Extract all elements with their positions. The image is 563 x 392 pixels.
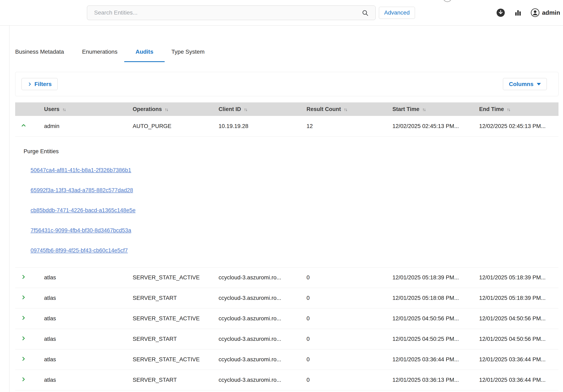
audits-table: Users↑↓ Operations↑↓ Client ID↑↓ Result …	[15, 102, 559, 390]
chevron-right-icon	[21, 274, 27, 280]
cell-end-time: 12/01/2025 04:50:56 PM...	[474, 308, 559, 329]
search-icon[interactable]	[362, 9, 369, 16]
column-label: Client ID	[218, 106, 241, 112]
user-menu[interactable]: admin	[531, 8, 560, 17]
sort-icon: ↑↓	[344, 107, 347, 112]
cell-end-time: 12/01/2025 05:18:39 PM...	[474, 267, 559, 288]
cell-end-time: 12/01/2025 03:36:44 PM...	[474, 349, 559, 370]
sort-icon: ↑↓	[507, 107, 510, 112]
cell-result-count: 12	[301, 116, 387, 136]
cell-result-count: 0	[301, 267, 387, 288]
cell-client-id: ccycloud-3.aszuromi.ro...	[213, 267, 301, 288]
cell-user: admin	[39, 116, 127, 136]
search-input[interactable]	[87, 6, 376, 20]
column-header-start-time[interactable]: Start Time↑↓	[387, 102, 474, 116]
column-header-client-id[interactable]: Client ID↑↓	[213, 102, 301, 116]
expand-row-button[interactable]	[21, 274, 27, 280]
column-header-result-count[interactable]: Result Count↑↓	[301, 102, 387, 116]
column-label: Operations	[133, 106, 162, 112]
expander-cell	[15, 329, 39, 349]
cell-operation: SERVER_STATE_ACTIVE	[127, 267, 213, 288]
filters-label: Filters	[34, 81, 52, 87]
cell-start-time: 12/01/2025 03:36:13 PM...	[387, 370, 474, 390]
expander-cell	[15, 288, 39, 308]
expand-row-button[interactable]	[21, 315, 27, 321]
cell-end-time: 12/01/2025 05:18:39 PM...	[474, 288, 559, 308]
cell-user: atlas	[39, 308, 127, 329]
column-label: Start Time	[392, 106, 420, 112]
bar-chart-icon[interactable]	[514, 9, 522, 17]
sort-icon: ↑↓	[62, 107, 65, 112]
expand-row-button[interactable]	[21, 376, 27, 382]
cell-end-time: 12/01/2025 04:50:56 PM...	[474, 329, 559, 349]
filters-button[interactable]: Filters	[22, 78, 58, 90]
purged-entity-link[interactable]: 50647ca4-af81-41fc-b8a1-2f326b7386b1	[31, 166, 131, 174]
cell-start-time: 12/01/2025 04:50:25 PM...	[387, 329, 474, 349]
columns-label: Columns	[509, 81, 534, 87]
row-detail: Purge Entities 50647ca4-af81-41fc-b8a1-2…	[15, 136, 559, 267]
table-row: atlas SERVER_START ccycloud-3.aszuromi.r…	[15, 329, 559, 349]
purge-entities-panel: Purge Entities 50647ca4-af81-41fc-b8a1-2…	[15, 137, 559, 267]
cell-start-time: 12/02/2025 02:45:13 PM...	[387, 116, 474, 136]
expand-row-button[interactable]	[21, 294, 27, 300]
purged-entity-link[interactable]: cb85bddb-7471-4226-bacd-a1365c148e5e	[31, 206, 136, 214]
cell-client-id: ccycloud-3.aszuromi.ro...	[213, 370, 301, 390]
cell-client-id: ccycloud-3.aszuromi.ro...	[213, 288, 301, 308]
expander-cell	[15, 267, 39, 288]
purged-entity-link[interactable]: 09745fb6-8f99-4f25-bf43-cb60c14e5cf7	[31, 246, 128, 255]
column-header-end-time[interactable]: End Time↑↓	[474, 102, 559, 116]
cell-operation: SERVER_START	[127, 370, 213, 390]
cell-result-count: 0	[301, 308, 387, 329]
expander-cell	[15, 308, 39, 329]
cell-client-id: ccycloud-3.aszuromi.ro...	[213, 308, 301, 329]
expand-row-button[interactable]	[21, 335, 27, 342]
purged-entity-link[interactable]: 7f56431c-9099-4fb4-bf30-8d3467bcd53a	[31, 226, 131, 234]
expander-cell	[15, 370, 39, 390]
cell-start-time: 12/01/2025 03:36:44 PM...	[387, 349, 474, 370]
sort-icon: ↑↓	[244, 107, 247, 112]
cell-operation: SERVER_STATE_ACTIVE	[127, 308, 213, 329]
column-header-operations[interactable]: Operations↑↓	[127, 102, 213, 116]
expander-cell	[15, 349, 39, 370]
cell-start-time: 12/01/2025 04:50:56 PM...	[387, 308, 474, 329]
chevron-right-icon	[27, 82, 32, 86]
admin-tabs: Business Metadata Enumerations Audits Ty…	[15, 48, 563, 62]
sort-icon: ↑↓	[422, 107, 425, 112]
expand-row-button[interactable]	[21, 356, 27, 362]
advanced-search-button[interactable]: Advanced	[379, 7, 415, 19]
tab-type-system[interactable]: Type System	[171, 48, 205, 62]
cell-result-count: 0	[301, 349, 387, 370]
column-label: Result Count	[307, 106, 341, 112]
collapse-row-button[interactable]	[21, 122, 27, 128]
expander-column-header	[15, 102, 39, 116]
administration-panel: Business Metadata Enumerations Audits Ty…	[9, 25, 563, 392]
cell-user: atlas	[39, 370, 127, 390]
cell-operation: SERVER_STATE_ACTIVE	[127, 349, 213, 370]
caret-down-icon	[537, 83, 541, 86]
entity-search	[87, 6, 376, 20]
user-avatar-icon	[531, 8, 540, 17]
cell-client-id: 10.19.19.28	[213, 116, 301, 136]
top-header: Advanced	[0, 0, 563, 25]
column-header-users[interactable]: Users↑↓	[39, 102, 127, 116]
table-row: atlas SERVER_START ccycloud-3.aszuromi.r…	[15, 370, 559, 390]
table-row: atlas SERVER_STATE_ACTIVE ccycloud-3.asz…	[15, 308, 559, 329]
download-icon[interactable]	[496, 8, 505, 17]
cell-result-count: 0	[301, 288, 387, 308]
columns-button[interactable]: Columns	[503, 78, 547, 90]
tab-audits[interactable]: Audits	[136, 48, 153, 62]
table-row: admin AUTO_PURGE 10.19.19.28 12 12/02/20…	[15, 116, 559, 136]
topbar-actions: admin	[496, 8, 563, 17]
tab-business-metadata[interactable]: Business Metadata	[15, 48, 64, 62]
tab-enumerations[interactable]: Enumerations	[82, 48, 117, 62]
sort-icon: ↑↓	[165, 107, 168, 112]
detail-cell: Purge Entities 50647ca4-af81-41fc-b8a1-2…	[15, 136, 559, 267]
column-label: Users	[44, 106, 59, 112]
cell-start-time: 12/01/2025 05:18:39 PM...	[387, 267, 474, 288]
chevron-right-icon	[21, 294, 27, 300]
chevron-right-icon	[21, 356, 27, 362]
purged-entity-link[interactable]: 65992f3a-13f3-43ad-a785-882c577dad28	[31, 186, 133, 194]
expander-cell	[15, 116, 39, 136]
cell-operation: AUTO_PURGE	[127, 116, 213, 136]
column-label: End Time	[479, 106, 504, 112]
